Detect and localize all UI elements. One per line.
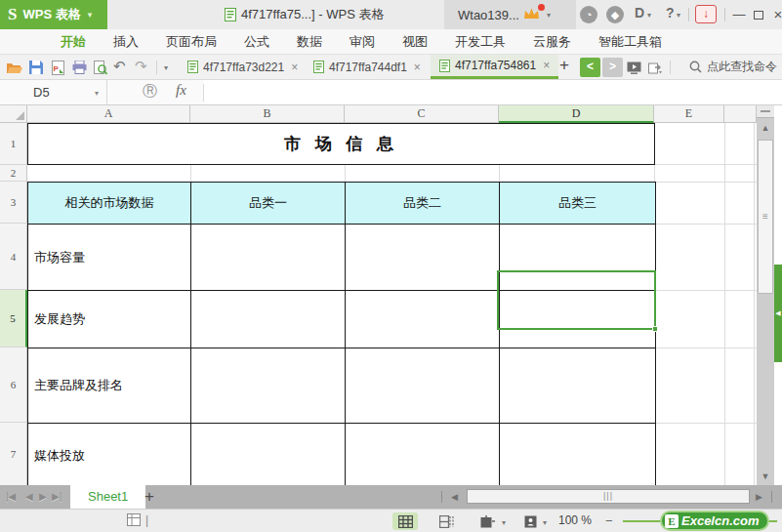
toolbar-more-icon[interactable]: ▾	[164, 63, 168, 72]
row-header-4[interactable]: 4	[0, 224, 27, 290]
tab-home[interactable]: 开始	[47, 29, 100, 54]
help-button[interactable]: ?	[666, 5, 675, 20]
scroll-down-icon[interactable]: ▼	[757, 468, 774, 485]
row-header-3[interactable]: 3	[0, 182, 27, 224]
account-button[interactable]: Wtao139... ▾	[444, 0, 576, 29]
sheet-tab-sheet1[interactable]: Sheet1	[70, 485, 145, 509]
cell-title-merged[interactable]: 市 场 信 息	[27, 123, 655, 165]
doc-tab-1[interactable]: 4f717ffa73d221 ×	[179, 55, 307, 79]
cell-c5[interactable]	[346, 291, 500, 348]
scroll-right-icon[interactable]: ▶	[756, 485, 762, 509]
tab-review[interactable]: 审阅	[336, 29, 389, 54]
select-all-corner[interactable]	[0, 105, 27, 123]
formula-input[interactable]	[204, 80, 782, 104]
open-file-icon[interactable]	[6, 59, 23, 76]
vertical-scroll-thumb[interactable]: ≡	[758, 140, 773, 294]
export-pdf-icon[interactable]: P	[49, 59, 66, 76]
cell-a4[interactable]: 市场容量	[28, 225, 191, 291]
cell-a6[interactable]: 主要品牌及排名	[28, 348, 191, 424]
cell-c4[interactable]	[346, 225, 500, 291]
row-header-6[interactable]: 6	[0, 348, 27, 423]
previous-tab-button[interactable]: <	[580, 58, 600, 77]
play-presentation-icon[interactable]	[625, 59, 642, 76]
cell-b4[interactable]	[191, 225, 346, 291]
download-center-button[interactable]: D	[635, 5, 644, 20]
vip-crown-icon[interactable]	[523, 7, 543, 22]
cell-b6[interactable]	[191, 348, 346, 424]
search-template-icon[interactable]: Ⓡ	[143, 82, 157, 101]
share-icon[interactable]	[646, 59, 664, 76]
last-sheet-icon[interactable]: ▶|	[52, 485, 62, 509]
cell-c3[interactable]: 品类二	[346, 183, 500, 225]
macro-record-icon[interactable]	[127, 513, 141, 526]
fill-handle[interactable]	[652, 326, 658, 332]
page-layout-view-button[interactable]	[474, 512, 500, 530]
horizontal-scroll-thumb[interactable]: |||	[467, 489, 750, 504]
zoom-out-button[interactable]: −	[605, 510, 613, 532]
close-tab-icon[interactable]: ×	[543, 59, 550, 72]
redo-icon[interactable]: ↷	[135, 58, 147, 75]
sidebar-collapse-tab[interactable]: ◀	[774, 265, 782, 362]
tab-view[interactable]: 视图	[389, 29, 441, 54]
row-header-1[interactable]: 1	[0, 123, 27, 165]
tab-developer[interactable]: 开发工具	[441, 29, 519, 54]
chevron-down-icon[interactable]: ▾	[502, 518, 506, 527]
tab-smart-toolbox[interactable]: 智能工具箱	[585, 29, 676, 54]
cell-a7[interactable]: 媒体投放	[28, 424, 191, 485]
skin-center-icon[interactable]: ◔	[580, 6, 597, 23]
row-header-2[interactable]: 2	[0, 165, 27, 182]
page-break-view-button[interactable]	[433, 512, 459, 530]
row-header-5-selected[interactable]: 5	[0, 290, 27, 348]
tab-data[interactable]: 数据	[283, 29, 336, 54]
cell-d3[interactable]: 品类三	[500, 183, 656, 225]
column-header-f-partial[interactable]	[724, 105, 757, 123]
find-command-box[interactable]: 点此查找命令	[689, 55, 777, 79]
chevron-down-icon[interactable]: ▾	[95, 89, 99, 98]
close-tab-icon[interactable]: ×	[414, 61, 421, 74]
chevron-down-icon[interactable]: ▾	[543, 518, 547, 527]
vertical-scrollbar[interactable]: ▲ ≡ ▼	[757, 105, 774, 485]
next-sheet-icon[interactable]: ▶	[39, 485, 47, 509]
next-tab-button[interactable]: >	[602, 58, 623, 77]
minimize-button[interactable]: —	[728, 0, 750, 29]
add-sheet-button[interactable]: +	[144, 485, 154, 509]
name-box[interactable]: D5 ▾	[0, 80, 107, 104]
cell-c7[interactable]	[346, 424, 500, 485]
normal-view-button[interactable]	[392, 512, 418, 530]
doc-tab-3-active[interactable]: 4f717ffa754861 ×	[431, 55, 558, 79]
doc-tab-2[interactable]: 4f717ffa744df1 ×	[305, 55, 430, 79]
undo-icon[interactable]: ↶	[113, 58, 126, 75]
download-app-icon[interactable]: ↓	[695, 5, 717, 23]
print-icon[interactable]	[70, 59, 88, 76]
reading-mode-button[interactable]	[517, 512, 543, 530]
column-header-a[interactable]: A	[27, 105, 190, 123]
scroll-up-icon[interactable]: ▲	[757, 119, 774, 137]
close-tab-icon[interactable]: ×	[291, 61, 298, 74]
cell-d6[interactable]	[500, 348, 656, 424]
column-header-d-selected[interactable]: D	[499, 105, 654, 123]
tab-cloud[interactable]: 云服务	[519, 29, 585, 54]
cell-a3[interactable]: 相关的市场数据	[28, 183, 191, 225]
cell-c6[interactable]	[346, 348, 500, 424]
app-menu-button[interactable]: S WPS 表格 ▾	[0, 0, 107, 29]
tab-formulas[interactable]: 公式	[230, 29, 283, 54]
split-handle[interactable]	[757, 105, 774, 118]
cell-b3[interactable]: 品类一	[191, 183, 346, 225]
tab-insert[interactable]: 插入	[100, 29, 152, 54]
print-preview-icon[interactable]	[92, 59, 109, 76]
member-center-icon[interactable]: ◆	[606, 6, 624, 23]
column-header-b[interactable]: B	[190, 105, 345, 123]
column-header-e[interactable]: E	[654, 105, 724, 123]
maximize-button[interactable]	[748, 0, 769, 29]
save-icon[interactable]	[27, 59, 45, 76]
cell-b5[interactable]	[191, 291, 346, 348]
first-sheet-icon[interactable]: |◀	[6, 485, 16, 509]
scroll-left-icon[interactable]: ◀	[451, 485, 458, 509]
new-document-tab-button[interactable]: +	[559, 56, 569, 75]
close-button[interactable]: ×	[767, 0, 782, 29]
cell-d7[interactable]	[500, 424, 656, 485]
column-header-c[interactable]: C	[345, 105, 499, 123]
insert-function-button[interactable]: fx	[176, 82, 186, 99]
previous-sheet-icon[interactable]: ◀	[25, 485, 33, 509]
cell-b7[interactable]	[191, 424, 346, 485]
